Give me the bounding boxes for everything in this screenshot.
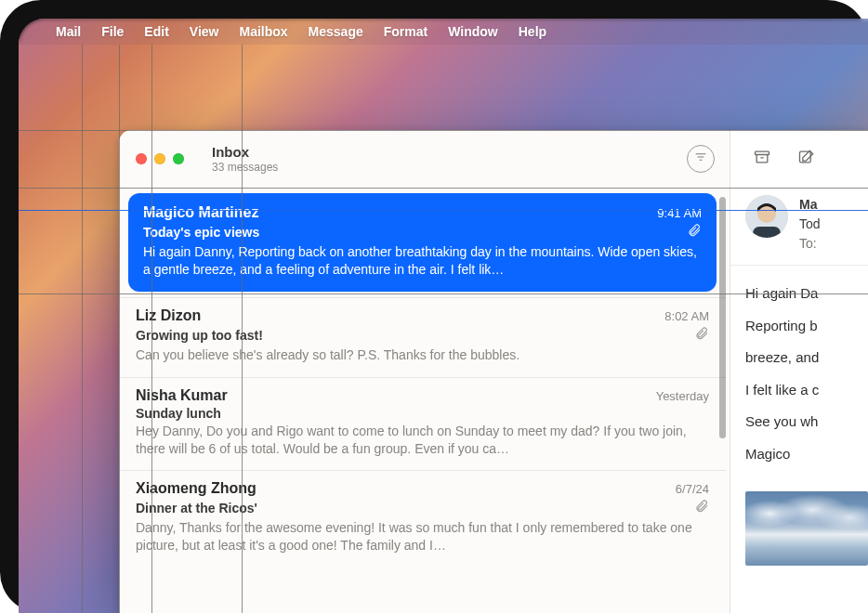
- message-row[interactable]: Xiaomeng Zhong6/7/24Dinner at the Ricos'…: [119, 470, 726, 567]
- reader-subject: Tod: [799, 215, 821, 234]
- menubar-item-window[interactable]: Window: [448, 24, 498, 39]
- message-body-line: See you wh: [745, 409, 868, 436]
- message-sender: Magico Martinez: [143, 204, 258, 221]
- message-list[interactable]: Magico Martinez9:41 AMToday's epic views…: [119, 188, 730, 613]
- mail-window: Inbox 33 messages Magico Martinez9:41 AM…: [119, 130, 868, 613]
- message-time: 8:02 AM: [664, 309, 709, 323]
- message-row[interactable]: Magico Martinez9:41 AMToday's epic views…: [128, 193, 717, 292]
- menubar-item-format[interactable]: Format: [384, 24, 427, 39]
- message-preview: Danny, Thanks for the awesome evening! I…: [136, 519, 709, 554]
- scrollbar-thumb[interactable]: [719, 197, 726, 438]
- filter-button[interactable]: [687, 145, 715, 173]
- menubar-item-view[interactable]: View: [190, 24, 219, 39]
- menubar-item-mailbox[interactable]: Mailbox: [239, 24, 287, 39]
- filter-icon: [693, 150, 708, 168]
- attachment-icon: [694, 499, 709, 517]
- message-row[interactable]: Nisha KumarYesterdaySunday lunchHey Dann…: [119, 377, 726, 471]
- sender-avatar[interactable]: [745, 195, 788, 238]
- attachment-icon: [694, 326, 709, 345]
- message-body-line: I felt like a c: [745, 377, 868, 404]
- message-time: 6/7/24: [676, 482, 709, 496]
- mailbox-title: Inbox: [212, 144, 674, 160]
- message-list-pane: Inbox 33 messages Magico Martinez9:41 AM…: [119, 130, 730, 613]
- close-window-button[interactable]: [136, 153, 147, 164]
- message-sender: Xiaomeng Zhong: [136, 480, 256, 497]
- attachment-icon: [687, 223, 702, 241]
- message-row[interactable]: Liz Dizon8:02 AMGrowing up too fast!Can …: [119, 297, 726, 377]
- message-preview: Hi again Danny, Reporting back on anothe…: [143, 243, 702, 279]
- archive-icon[interactable]: [751, 148, 773, 170]
- reading-toolbar: [730, 130, 868, 188]
- reader-sender: Ma: [799, 195, 821, 215]
- message-body: Hi again DaReporting bbreeze, andI felt …: [730, 266, 868, 484]
- mailbox-subtitle: 33 messages: [212, 161, 674, 174]
- message-time: 9:41 AM: [657, 206, 702, 220]
- menubar: Mail File Edit View Mailbox Message Form…: [19, 19, 868, 45]
- message-body-line: Reporting b: [745, 313, 868, 340]
- menubar-item-file[interactable]: File: [101, 24, 124, 39]
- minimize-window-button[interactable]: [154, 153, 165, 164]
- message-preview: Hey Danny, Do you and Rigo want to come …: [136, 423, 709, 458]
- reading-pane: Ma Tod To: Hi again DaReporting bbreeze,…: [730, 130, 868, 613]
- message-subject: Sunday lunch: [136, 406, 221, 421]
- message-time: Yesterday: [656, 389, 709, 403]
- message-body-line: Magico: [745, 441, 868, 468]
- list-toolbar: Inbox 33 messages: [119, 130, 730, 188]
- message-subject: Growing up too fast!: [136, 328, 263, 343]
- svg-rect-7: [753, 227, 781, 238]
- reader-to: To:: [799, 234, 821, 254]
- zoom-window-button[interactable]: [173, 153, 184, 164]
- message-sender: Liz Dizon: [136, 307, 201, 324]
- menubar-item-message[interactable]: Message: [309, 24, 363, 39]
- message-sender: Nisha Kumar: [136, 387, 228, 404]
- message-header: Ma Tod To:: [730, 188, 868, 266]
- message-body-line: breeze, and: [745, 345, 868, 372]
- svg-rect-3: [756, 151, 769, 154]
- message-preview: Can you believe she's already so tall? P…: [136, 346, 709, 364]
- menubar-item-edit[interactable]: Edit: [144, 24, 168, 39]
- compose-icon[interactable]: [796, 148, 818, 170]
- message-subject: Today's epic views: [143, 225, 259, 240]
- menubar-item-help[interactable]: Help: [519, 24, 546, 39]
- attachment-image[interactable]: [745, 491, 868, 566]
- menubar-app[interactable]: Mail: [56, 24, 81, 39]
- message-subject: Dinner at the Ricos': [136, 501, 257, 515]
- window-controls: [136, 153, 184, 164]
- message-body-line: Hi again Da: [745, 280, 868, 307]
